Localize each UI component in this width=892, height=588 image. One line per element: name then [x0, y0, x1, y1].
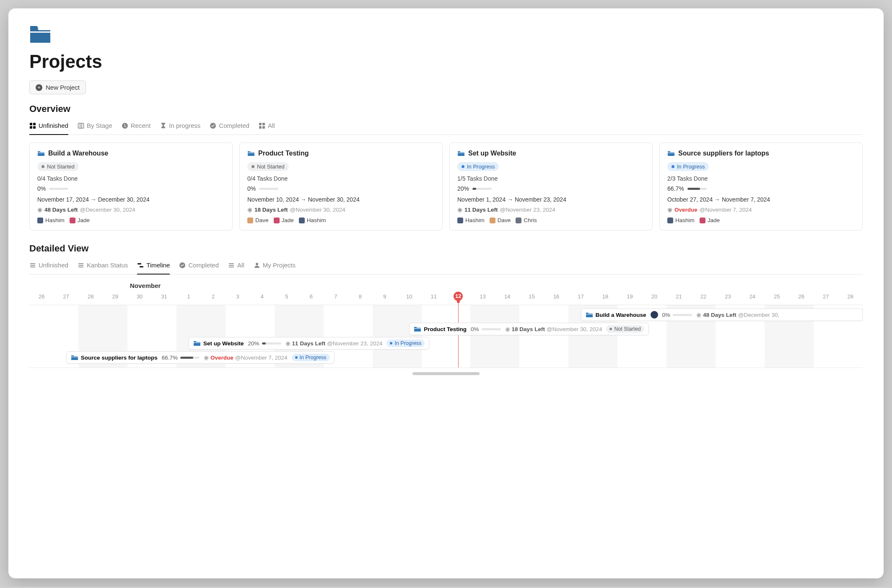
avatar-icon — [490, 218, 495, 223]
timeline-day: 31 — [152, 292, 176, 301]
card-title: Set up Website — [457, 150, 645, 157]
status-dot-icon — [41, 165, 44, 168]
timeline-day: 20 — [642, 292, 666, 301]
status-text: Not Started — [47, 163, 75, 170]
project-card[interactable]: Set up WebsiteIn Progress1/5 Tasks Done2… — [449, 142, 653, 231]
progress-bar — [673, 314, 692, 316]
detailed-tab-myproj[interactable]: My Projects — [254, 258, 296, 275]
assignee: Dave — [490, 217, 511, 223]
overview-tab-all[interactable]: All — [259, 119, 275, 135]
overview-tab-completed[interactable]: Completed — [210, 119, 249, 135]
overview-tab-recent[interactable]: Recent — [122, 119, 151, 135]
tab-label: Completed — [219, 122, 249, 129]
date-range: November 1, 2024 → November 23, 2024 — [457, 196, 645, 203]
assignee: Hashim — [667, 217, 695, 223]
tab-label: Completed — [188, 262, 219, 269]
app-window: Projects + New Project Overview Unfinish… — [8, 8, 884, 578]
avatar-icon — [651, 311, 658, 319]
timeline-day: 14 — [495, 292, 519, 301]
date-range: November 10, 2024 → November 30, 2024 — [247, 196, 435, 203]
status-dot-icon — [252, 165, 254, 168]
timeline-day: 8 — [348, 292, 372, 301]
progress-row: 0% — [247, 185, 435, 192]
new-project-button[interactable]: + New Project — [29, 80, 86, 94]
project-card[interactable]: Product TestingNot Started0/4 Tasks Done… — [239, 142, 443, 231]
timeline: November 2627282930311234567891011121314… — [29, 282, 863, 375]
project-card[interactable]: Build a WarehouseNot Started0/4 Tasks Do… — [29, 142, 233, 231]
svg-rect-13 — [262, 123, 265, 125]
assignee: Jade — [70, 217, 90, 223]
overview-tabs: UnfinishedBy StageRecentIn progressCompl… — [29, 119, 863, 135]
card-title: Build a Warehouse — [37, 150, 225, 157]
project-card[interactable]: Source suppliers for laptopsIn Progress2… — [659, 142, 863, 231]
timeline-bar[interactable]: Build a Warehouse0% ◉48 Days Left @Decem… — [581, 308, 863, 321]
target-icon: ◉ — [457, 206, 462, 213]
detailed-tab-unfinished2[interactable]: Unfinished — [29, 258, 68, 275]
list-icon — [228, 262, 235, 269]
timeline-day: 2 — [201, 292, 225, 301]
svg-rect-39 — [414, 329, 421, 332]
due-row: ◉11 Days Left @November 23, 2024 — [457, 206, 645, 213]
avatar-icon — [299, 218, 305, 223]
timeline-day: 7 — [324, 292, 348, 301]
assignees: HashimJade — [667, 217, 855, 223]
overview-tab-bystage[interactable]: By Stage — [78, 119, 112, 135]
svg-rect-43 — [71, 357, 78, 360]
check-circle-icon — [179, 262, 186, 269]
timeline-bar-due: ◉48 Days Left @December 30, — [696, 311, 779, 318]
assignee-name: Chris — [524, 217, 537, 223]
status-dot-icon — [390, 342, 392, 345]
target-icon: ◉ — [285, 340, 290, 347]
days-left: 48 Days Left — [44, 207, 78, 213]
timeline-bar[interactable]: Source suppliers for laptops66.7% ◉Overd… — [66, 351, 334, 364]
timeline-day: 16 — [544, 292, 568, 301]
progress-bar — [49, 188, 68, 190]
days-left: 11 Days Left — [464, 207, 498, 213]
assignees: HashimDaveChris — [457, 217, 645, 223]
timeline-body[interactable]: Build a Warehouse0% ◉48 Days Left @Decem… — [29, 305, 863, 368]
tab-label: All — [237, 262, 244, 269]
overview-tab-unfinished[interactable]: Unfinished — [29, 119, 68, 135]
timeline-bar-title: Build a Warehouse — [586, 312, 646, 318]
folder-icon — [71, 355, 78, 360]
svg-rect-40 — [414, 328, 421, 329]
timeline-bar-progress: 66.7% — [162, 355, 200, 361]
timeline-scrollbar[interactable] — [412, 372, 480, 375]
plus-icon: + — [36, 84, 42, 91]
card-title: Product Testing — [247, 150, 435, 157]
due-date: @November 30, 2024 — [290, 207, 345, 213]
timeline-bar-progress: 20% — [248, 340, 281, 347]
date-range: November 17, 2024 → December 30, 2024 — [37, 196, 225, 203]
timeline-day: 5 — [275, 292, 299, 301]
progress-row: 20% — [457, 185, 645, 192]
timeline-day: 1 — [176, 292, 201, 301]
assignee: Hashim — [37, 217, 65, 223]
card-title-text: Source suppliers for laptops — [678, 150, 769, 157]
due-row: ◉48 Days Left @December 30, 2024 — [37, 206, 225, 213]
folder-icon — [247, 150, 255, 156]
timeline-bar-progress: 0% — [471, 326, 501, 332]
tab-label: My Projects — [263, 262, 296, 269]
tab-label: Recent — [131, 122, 151, 129]
timeline-bar[interactable]: Product Testing0% ◉18 Days Left @Novembe… — [409, 323, 648, 335]
overview-tab-inprogress[interactable]: In progress — [160, 119, 200, 135]
avatar-icon — [700, 218, 705, 223]
detailed-tab-all2[interactable]: All — [228, 258, 244, 275]
timeline-bar[interactable]: Set up Website20% ◉11 Days Left @Novembe… — [189, 337, 429, 350]
status-badge: In Progress — [292, 354, 330, 361]
detailed-tab-timeline[interactable]: Timeline — [137, 258, 170, 275]
timeline-day: 21 — [666, 292, 691, 301]
assignee-name: Hashim — [465, 217, 485, 223]
detailed-tab-kanban[interactable]: Kanban Status — [78, 258, 128, 275]
tab-label: Unfinished — [39, 122, 68, 129]
detailed-tab-completed2[interactable]: Completed — [179, 258, 219, 275]
svg-rect-12 — [259, 123, 262, 125]
timeline-bar-due: ◉11 Days Left @November 23, 2024 — [285, 340, 383, 347]
date-range: October 27, 2024 → November 7, 2024 — [667, 196, 855, 203]
check-circle-icon — [210, 122, 216, 129]
status-badge: In Progress — [667, 162, 709, 171]
tab-label: Timeline — [146, 262, 170, 269]
timeline-bar-due: ◉18 Days Left @November 30, 2024 — [505, 326, 602, 332]
target-icon: ◉ — [247, 206, 252, 213]
card-title-text: Build a Warehouse — [48, 150, 108, 157]
